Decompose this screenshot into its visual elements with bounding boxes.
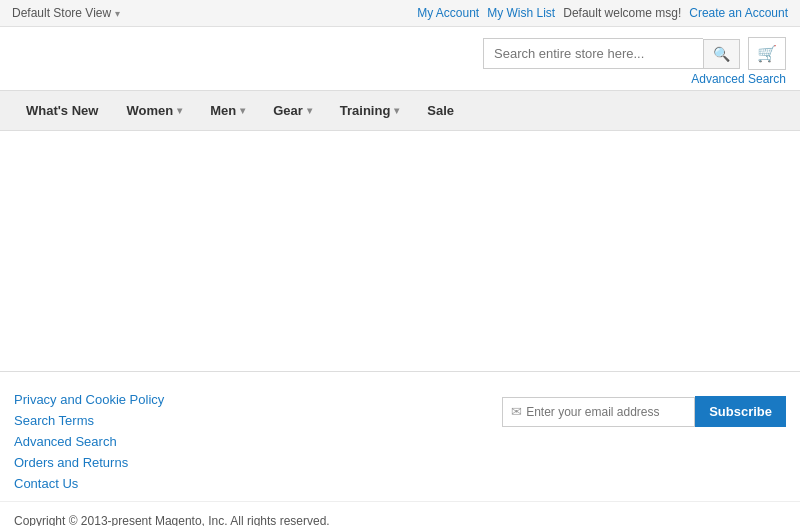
copyright-text: Copyright © 2013-present Magento, Inc. A… — [14, 514, 786, 526]
newsletter-email-input[interactable] — [526, 398, 686, 426]
my-wish-list-link[interactable]: My Wish List — [487, 6, 555, 20]
orders-returns-link[interactable]: Orders and Returns — [14, 455, 164, 470]
my-account-link[interactable]: My Account — [417, 6, 479, 20]
advanced-search-footer-link[interactable]: Advanced Search — [14, 434, 164, 449]
cart-icon: 🛒 — [757, 45, 777, 62]
chevron-down-icon: ▾ — [394, 105, 399, 116]
nav-item-whats-new[interactable]: What's New — [12, 91, 112, 130]
nav-label: Sale — [427, 103, 454, 118]
contact-us-link[interactable]: Contact Us — [14, 476, 164, 491]
advanced-search-link[interactable]: Advanced Search — [691, 72, 786, 86]
cart-button[interactable]: 🛒 — [748, 37, 786, 70]
chevron-down-icon: ▾ — [115, 8, 120, 19]
copyright-label: Copyright © 2013-present Magento, Inc. A… — [14, 514, 330, 526]
footer-links: Privacy and Cookie Policy Search Terms A… — [14, 392, 164, 491]
nav-item-women[interactable]: Women ▾ — [112, 91, 196, 130]
nav-label: Women — [126, 103, 173, 118]
search-bar-section: 🔍 🛒 Advanced Search — [0, 27, 800, 90]
nav-item-training[interactable]: Training ▾ — [326, 91, 414, 130]
nav-label: What's New — [26, 103, 98, 118]
chevron-down-icon: ▾ — [307, 105, 312, 116]
subscribe-button[interactable]: Subscribe — [695, 396, 786, 427]
privacy-cookie-link[interactable]: Privacy and Cookie Policy — [14, 392, 164, 407]
email-icon: ✉ — [511, 404, 522, 419]
store-view-label: Default Store View — [12, 6, 111, 20]
search-input[interactable] — [483, 38, 703, 69]
search-terms-link[interactable]: Search Terms — [14, 413, 164, 428]
nav-item-sale[interactable]: Sale — [413, 91, 468, 130]
nav-list: What's New Women ▾ Men ▾ Gear ▾ Training… — [12, 91, 788, 130]
nav-label: Training — [340, 103, 391, 118]
welcome-message: Default welcome msg! — [563, 6, 681, 20]
email-wrapper: ✉ — [502, 397, 695, 427]
main-navigation: What's New Women ▾ Men ▾ Gear ▾ Training… — [0, 90, 800, 131]
create-account-link[interactable]: Create an Account — [689, 6, 788, 20]
nav-item-men[interactable]: Men ▾ — [196, 91, 259, 130]
search-button[interactable]: 🔍 — [703, 39, 740, 69]
nav-item-gear[interactable]: Gear ▾ — [259, 91, 326, 130]
footer: Privacy and Cookie Policy Search Terms A… — [0, 371, 800, 501]
copyright-section: Copyright © 2013-present Magento, Inc. A… — [0, 501, 800, 526]
nav-label: Men — [210, 103, 236, 118]
top-links: My Account My Wish List Default welcome … — [417, 6, 788, 20]
main-content — [0, 131, 800, 371]
search-row: 🔍 🛒 — [483, 37, 786, 70]
search-icon: 🔍 — [713, 46, 730, 62]
top-bar: Default Store View ▾ My Account My Wish … — [0, 0, 800, 27]
store-view-selector[interactable]: Default Store View ▾ — [12, 6, 120, 20]
nav-label: Gear — [273, 103, 303, 118]
chevron-down-icon: ▾ — [240, 105, 245, 116]
newsletter-section: ✉ Subscribe — [502, 396, 786, 427]
chevron-down-icon: ▾ — [177, 105, 182, 116]
